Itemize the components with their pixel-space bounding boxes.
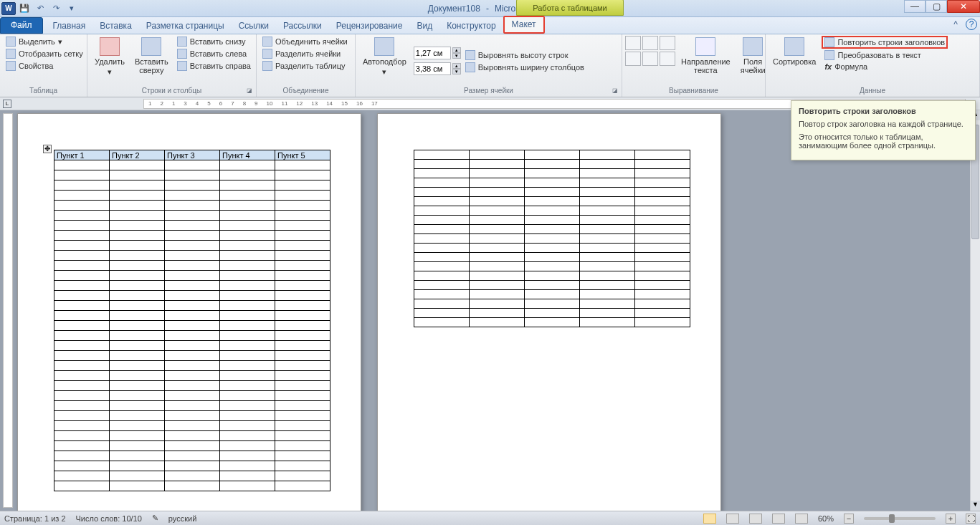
redo-button[interactable]: ↷ xyxy=(49,2,63,15)
table-cell[interactable] xyxy=(635,178,690,188)
draft-view-button[interactable] xyxy=(795,514,808,524)
table-cell[interactable] xyxy=(54,441,110,451)
word-count[interactable]: Число слов: 10/10 xyxy=(76,514,142,523)
align-bc[interactable] xyxy=(642,52,658,66)
table-header-cell[interactable]: Пункт 1 xyxy=(54,150,110,160)
table-cell[interactable] xyxy=(275,321,330,331)
full-reading-view-button[interactable] xyxy=(726,514,739,524)
table-cell[interactable] xyxy=(525,160,580,169)
help-icon[interactable]: ? xyxy=(966,19,977,30)
table-cell[interactable] xyxy=(525,271,580,281)
table-cell[interactable] xyxy=(635,309,690,318)
table-cell[interactable] xyxy=(165,431,220,441)
table-cell[interactable] xyxy=(165,261,220,271)
table-cell[interactable] xyxy=(110,170,165,180)
table-cell[interactable] xyxy=(165,211,220,221)
table-cell[interactable] xyxy=(220,481,275,491)
table-cell[interactable] xyxy=(54,211,110,221)
table-cell[interactable] xyxy=(275,411,330,421)
table-cell[interactable] xyxy=(635,150,690,160)
table-cell[interactable] xyxy=(635,169,690,178)
tab-selector[interactable]: L xyxy=(3,100,11,108)
table-cell[interactable] xyxy=(275,180,330,191)
maximize-button[interactable]: ▢ xyxy=(926,0,947,13)
table-cell[interactable] xyxy=(165,221,220,231)
table-cell[interactable] xyxy=(54,341,110,351)
table-cell[interactable] xyxy=(165,321,220,331)
table-cell[interactable] xyxy=(110,381,165,391)
table-cell[interactable] xyxy=(54,421,110,431)
table-cell[interactable] xyxy=(470,188,525,197)
table-cell[interactable] xyxy=(110,191,165,201)
table-cell[interactable] xyxy=(110,361,165,371)
table-cell[interactable] xyxy=(275,211,330,221)
table-header-cell[interactable]: Пункт 2 xyxy=(110,150,165,160)
table-cell[interactable] xyxy=(635,206,690,216)
document-table-1[interactable]: Пункт 1Пункт 2Пункт 3Пункт 4Пункт 5 xyxy=(54,150,330,491)
table-cell[interactable] xyxy=(54,170,110,180)
table-cell[interactable] xyxy=(525,290,580,299)
table-cell[interactable] xyxy=(414,169,470,178)
table-cell[interactable] xyxy=(54,361,110,371)
table-cell[interactable] xyxy=(275,231,330,241)
table-cell[interactable] xyxy=(54,301,110,311)
table-cell[interactable] xyxy=(275,481,330,491)
table-cell[interactable] xyxy=(165,160,220,170)
table-header-cell[interactable]: Пункт 3 xyxy=(165,150,220,160)
table-cell[interactable] xyxy=(54,411,110,421)
table-cell[interactable] xyxy=(525,318,580,327)
table-cell[interactable] xyxy=(54,461,110,471)
table-cell[interactable] xyxy=(275,291,330,301)
table-cell[interactable] xyxy=(580,234,635,244)
table-cell[interactable] xyxy=(525,253,580,262)
spell-check-icon[interactable]: ✎ xyxy=(152,514,158,523)
table-cell[interactable] xyxy=(580,169,635,178)
table-cell[interactable] xyxy=(220,461,275,471)
table-cell[interactable] xyxy=(580,262,635,271)
table-cell[interactable] xyxy=(275,361,330,371)
tab-file[interactable]: Файл xyxy=(0,17,43,34)
table-cell[interactable] xyxy=(525,225,580,234)
column-width-input[interactable] xyxy=(414,62,451,75)
web-layout-view-button[interactable] xyxy=(749,514,762,524)
table-cell[interactable] xyxy=(165,271,220,281)
repeat-header-rows-button[interactable]: Повторить строки заголовков xyxy=(822,36,948,49)
outline-view-button[interactable] xyxy=(772,514,785,524)
print-layout-view-button[interactable] xyxy=(703,514,716,524)
table-cell[interactable] xyxy=(414,253,470,262)
table-cell[interactable] xyxy=(580,281,635,290)
table-cell[interactable] xyxy=(525,206,580,216)
table-cell[interactable] xyxy=(635,271,690,281)
table-cell[interactable] xyxy=(220,381,275,391)
table-cell[interactable] xyxy=(165,201,220,211)
table-cell[interactable] xyxy=(275,421,330,431)
table-cell[interactable] xyxy=(414,150,470,160)
table-cell[interactable] xyxy=(525,309,580,318)
scroll-down-button[interactable]: ▼ xyxy=(971,501,980,511)
table-cell[interactable] xyxy=(165,231,220,241)
table-cell[interactable] xyxy=(110,411,165,421)
table-cell[interactable] xyxy=(525,234,580,244)
align-tl[interactable] xyxy=(625,36,641,50)
minimize-button[interactable]: — xyxy=(904,0,926,13)
tab-insert[interactable]: Вставка xyxy=(92,19,139,34)
table-cell[interactable] xyxy=(110,371,165,381)
table-cell[interactable] xyxy=(470,309,525,318)
table-cell[interactable] xyxy=(275,170,330,180)
table-cell[interactable] xyxy=(110,291,165,301)
qat-customize-dropdown[interactable]: ▾ xyxy=(65,2,79,15)
table-cell[interactable] xyxy=(525,281,580,290)
autofit-button[interactable]: Автоподбор▾ xyxy=(358,36,411,86)
align-tc[interactable] xyxy=(642,36,658,50)
table-cell[interactable] xyxy=(165,281,220,291)
table-cell[interactable] xyxy=(165,481,220,491)
table-cell[interactable] xyxy=(635,188,690,197)
language-indicator[interactable]: русский xyxy=(168,514,196,523)
table-cell[interactable] xyxy=(110,351,165,361)
table-cell[interactable] xyxy=(414,197,470,206)
tab-home[interactable]: Главная xyxy=(46,19,93,34)
dialog-launcher-icon[interactable]: ◪ xyxy=(247,87,254,95)
table-cell[interactable] xyxy=(165,341,220,351)
formula-button[interactable]: fxФормула xyxy=(822,62,948,72)
delete-button[interactable]: Удалить▾ xyxy=(90,36,129,86)
